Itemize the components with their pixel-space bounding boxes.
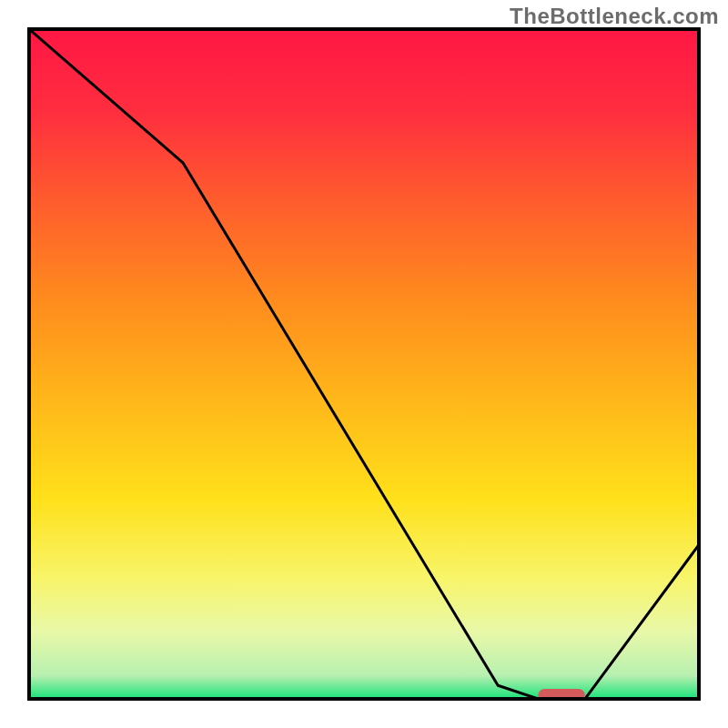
watermark-text: TheBottleneck.com (510, 4, 719, 29)
bottleneck-chart (0, 0, 728, 728)
chart-stage: TheBottleneck.com (0, 0, 728, 728)
gradient-background (29, 29, 699, 699)
